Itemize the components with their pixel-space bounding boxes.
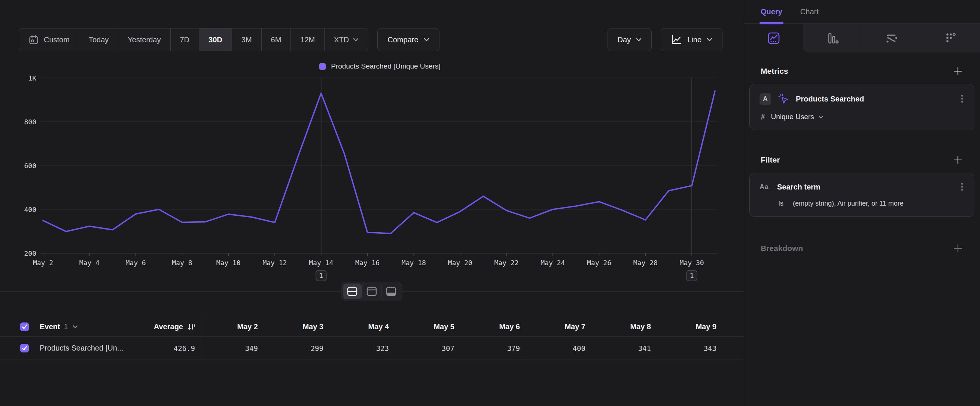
range-button-6m[interactable]: 6M xyxy=(262,29,291,51)
date-column-header[interactable]: May 8 xyxy=(595,317,660,336)
report-tab-insights[interactable] xyxy=(744,24,803,53)
add-metric-button[interactable] xyxy=(953,66,963,76)
plus-icon xyxy=(953,155,963,165)
metric-kebab-menu[interactable] xyxy=(960,94,964,104)
aggregation-symbol: # xyxy=(760,113,765,121)
y-tick-label: 200 xyxy=(24,250,36,257)
x-tick-label: May 16 xyxy=(355,259,380,267)
string-property-icon: Aa xyxy=(759,183,768,191)
event-count: 1 xyxy=(64,322,68,331)
add-filter-button[interactable] xyxy=(953,155,963,165)
sort-descending-icon xyxy=(188,323,195,331)
range-label: 12M xyxy=(300,36,315,44)
table-only-view-button[interactable] xyxy=(381,283,401,299)
tab-chart[interactable]: Chart xyxy=(800,0,819,23)
range-label: 3M xyxy=(242,36,252,44)
range-label: 6M xyxy=(271,36,282,44)
filter-kebab-menu[interactable] xyxy=(960,182,964,192)
range-button-yesterday[interactable]: Yesterday xyxy=(118,29,170,51)
average-header-label: Average xyxy=(154,322,183,331)
range-button-3m[interactable]: 3M xyxy=(232,29,262,51)
y-tick-label: 400 xyxy=(24,205,36,213)
value-cell: 349 xyxy=(201,337,267,360)
interval-button[interactable]: Day xyxy=(608,28,652,51)
event-header-cell[interactable]: Event 1 xyxy=(32,317,127,336)
layout-toggle xyxy=(341,282,402,301)
y-tick-label: 600 xyxy=(24,162,36,170)
aggregation-selector[interactable]: Unique Users xyxy=(771,113,823,121)
value-cell: 341 xyxy=(595,337,660,360)
date-column-header[interactable]: May 3 xyxy=(267,317,332,336)
date-column-header[interactable]: May 4 xyxy=(332,317,398,336)
range-button-custom[interactable]: Custom xyxy=(19,29,80,51)
range-label: Custom xyxy=(44,36,70,44)
row-select-cell xyxy=(17,337,32,360)
range-button-12m[interactable]: 12M xyxy=(291,29,325,51)
legend-series-label[interactable]: Products Searched [Unique Users] xyxy=(331,62,441,70)
split-view-button[interactable] xyxy=(343,283,362,299)
annotation-badge[interactable]: 1 xyxy=(316,271,326,281)
date-range-group: CustomTodayYesterday7D30D3M6M12MXTD xyxy=(19,28,368,51)
sidebar-tabs: Query Chart xyxy=(744,0,980,24)
tab-chart-label: Chart xyxy=(800,8,819,16)
report-type-tabs xyxy=(744,24,980,53)
report-tab-flows[interactable] xyxy=(862,24,921,53)
range-button-30d[interactable]: 30D xyxy=(199,29,232,51)
row-name-cell[interactable]: Products Searched [Un... xyxy=(32,337,127,360)
plus-icon xyxy=(953,244,963,253)
retention-icon xyxy=(944,32,958,45)
add-breakdown-button[interactable] xyxy=(953,244,963,253)
report-tab-funnels[interactable] xyxy=(803,24,862,53)
x-tick-label: May 28 xyxy=(633,259,658,267)
chevron-down-icon xyxy=(353,38,359,41)
line-chart[interactable]: 2004006008001KMay 2May 4May 6May 8May 10… xyxy=(0,73,744,291)
event-header-label: Event xyxy=(40,322,60,331)
tab-query[interactable]: Query xyxy=(760,0,782,23)
metric-name: Products Searched xyxy=(796,95,953,103)
filter-heading: Filter xyxy=(760,155,780,164)
chevron-down-icon xyxy=(73,325,78,328)
average-header-cell[interactable]: Average xyxy=(127,317,201,336)
series-line[interactable] xyxy=(43,91,715,233)
annotation-badge[interactable]: 1 xyxy=(687,271,697,281)
table-row: Products Searched [Un... 426.9 349299323… xyxy=(0,337,744,360)
chart-only-view-button[interactable] xyxy=(362,283,382,299)
date-column-header[interactable]: May 7 xyxy=(529,317,595,336)
aggregation-label: Unique Users xyxy=(771,113,814,121)
compare-button[interactable]: Compare xyxy=(377,28,439,51)
svg-text:1: 1 xyxy=(319,272,323,279)
select-all-checkbox[interactable] xyxy=(20,322,29,331)
x-tick-label: May 30 xyxy=(680,259,704,267)
compare-label: Compare xyxy=(387,36,418,44)
date-column-header[interactable]: May 9 xyxy=(660,317,725,336)
range-button-today[interactable]: Today xyxy=(80,29,118,51)
x-tick-label: May 14 xyxy=(309,259,333,267)
range-button-xtd[interactable]: XTD xyxy=(325,29,368,51)
table-header-row: Event 1 Average May 2May 3May 4May 5May … xyxy=(0,317,744,337)
chart-only-view-icon xyxy=(366,287,377,296)
date-column-header[interactable]: May 2 xyxy=(201,317,267,336)
value-cell: 343 xyxy=(660,337,725,360)
range-button-7d[interactable]: 7D xyxy=(171,29,199,51)
insights-icon xyxy=(767,32,781,45)
insights-report-page: CustomTodayYesterday7D30D3M6M12MXTD Comp… xyxy=(0,0,980,406)
report-tab-retention[interactable] xyxy=(921,24,980,53)
filter-operator[interactable]: Is xyxy=(778,200,783,207)
filter-section-header: Filter xyxy=(744,155,980,165)
filter-card[interactable]: Aa Search term Is (empty string), Air pu… xyxy=(749,173,974,217)
range-label: 7D xyxy=(180,36,190,44)
x-tick-label: May 26 xyxy=(587,259,611,267)
metric-card[interactable]: A Products Searched # Unique Users xyxy=(749,84,974,131)
funnels-icon xyxy=(826,32,839,45)
range-label: 30D xyxy=(208,36,222,44)
chart-type-button[interactable]: Line xyxy=(661,28,722,51)
chart-legend: Products Searched [Unique Users] xyxy=(43,62,717,70)
filter-values[interactable]: (empty string), Air purifier, or 11 more xyxy=(793,200,904,207)
date-column-header[interactable]: May 5 xyxy=(398,317,463,336)
x-tick-label: May 6 xyxy=(126,259,146,267)
calendar-icon xyxy=(29,35,39,45)
event-icon xyxy=(778,93,789,105)
date-column-header[interactable]: May 6 xyxy=(463,317,529,336)
row-checkbox[interactable] xyxy=(20,344,29,352)
check-icon xyxy=(22,324,27,329)
